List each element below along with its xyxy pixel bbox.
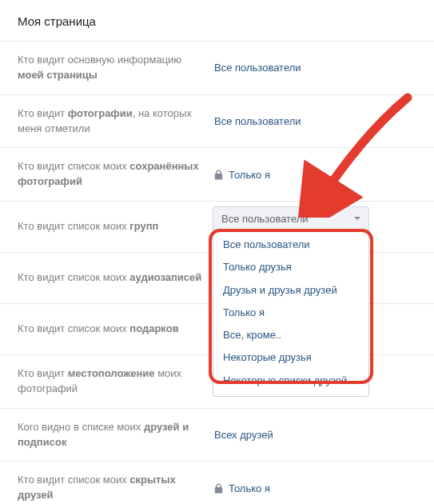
label-bold: местоположение xyxy=(68,367,155,379)
setting-value[interactable]: Только я xyxy=(214,169,416,181)
setting-label: Кто видит список моих подарков xyxy=(18,322,214,337)
setting-label: Кто видит список моих групп xyxy=(18,219,214,234)
label-bold: подарков xyxy=(129,322,178,334)
value-text: Всех друзей xyxy=(214,429,273,441)
privacy-dropdown-button[interactable]: Все пользователи xyxy=(213,206,369,230)
setting-value[interactable]: Все пользователи xyxy=(214,115,416,127)
chevron-down-icon xyxy=(354,217,360,220)
label-bold: групп xyxy=(129,220,158,232)
setting-label: Кого видно в списке моих друзей и подпис… xyxy=(18,420,214,450)
setting-value[interactable]: Все пользователи xyxy=(214,62,416,74)
dropdown-option[interactable]: Только друзья xyxy=(213,256,368,278)
label-bold: моей страницы xyxy=(18,69,98,81)
setting-label: Кто видит местоположение моих фотографий xyxy=(18,366,214,397)
label-plain: Кто видит список моих xyxy=(18,220,129,232)
label-plain: Кто видит основную информацию xyxy=(18,54,181,66)
setting-label: Кто видит список моих сохранённых фотогр… xyxy=(18,159,214,190)
setting-row: Кто видит список моих сохранённых фотогр… xyxy=(0,148,434,202)
value-text: Все пользователи xyxy=(214,115,301,127)
dropdown-option[interactable]: Все пользователи xyxy=(213,234,368,256)
dropdown-option[interactable]: Друзья и друзья друзей xyxy=(213,279,368,302)
label-bold: фотографии xyxy=(68,107,133,119)
setting-value[interactable]: Только я xyxy=(214,482,416,494)
value-text: Все пользователи xyxy=(214,62,301,74)
setting-label: Кто видит список моих аудиозаписей xyxy=(18,270,214,286)
label-plain: Кто видит список моих xyxy=(18,160,129,172)
lock-icon xyxy=(214,483,223,494)
dropdown-option[interactable]: Некоторые списки друзей xyxy=(213,370,368,392)
page-title: Моя страница xyxy=(0,0,434,42)
setting-label: Кто видит фотографии, на которых меня от… xyxy=(18,106,214,137)
label-plain: Кто видит список моих xyxy=(18,322,129,334)
label-plain: Кто видит список моих xyxy=(18,474,129,486)
privacy-dropdown-list: Все пользователи Только друзья Друзья и … xyxy=(213,230,369,397)
label-plain: Кто видит xyxy=(18,107,68,119)
lock-icon xyxy=(214,170,223,180)
value-text: Только я xyxy=(229,169,270,181)
label-plain: Кто видит список моих xyxy=(18,271,129,283)
setting-row: Кто видит список моих скрытых друзей Тол… xyxy=(0,462,434,504)
setting-row: Кто видит основную информацию моей стран… xyxy=(0,42,434,95)
setting-value[interactable]: Всех друзей xyxy=(214,429,416,441)
dropdown-option[interactable]: Все, кроме.. xyxy=(213,324,368,346)
label-plain: Кого видно в списке моих xyxy=(18,421,144,433)
setting-label: Кто видит основную информацию моей стран… xyxy=(18,53,214,83)
setting-label: Кто видит список моих скрытых друзей xyxy=(18,473,214,503)
label-bold: аудиозаписей xyxy=(129,271,201,283)
value-text: Только я xyxy=(229,482,270,494)
setting-row: Кого видно в списке моих друзей и подпис… xyxy=(0,409,434,462)
dropdown-option[interactable]: Некоторые друзья xyxy=(213,346,368,369)
dropdown-option[interactable]: Только я xyxy=(213,302,368,324)
setting-row: Кто видит фотографии, на которых меня от… xyxy=(0,95,434,149)
label-plain: Кто видит xyxy=(18,367,68,379)
dropdown-selected-text: Все пользователи xyxy=(221,213,309,225)
